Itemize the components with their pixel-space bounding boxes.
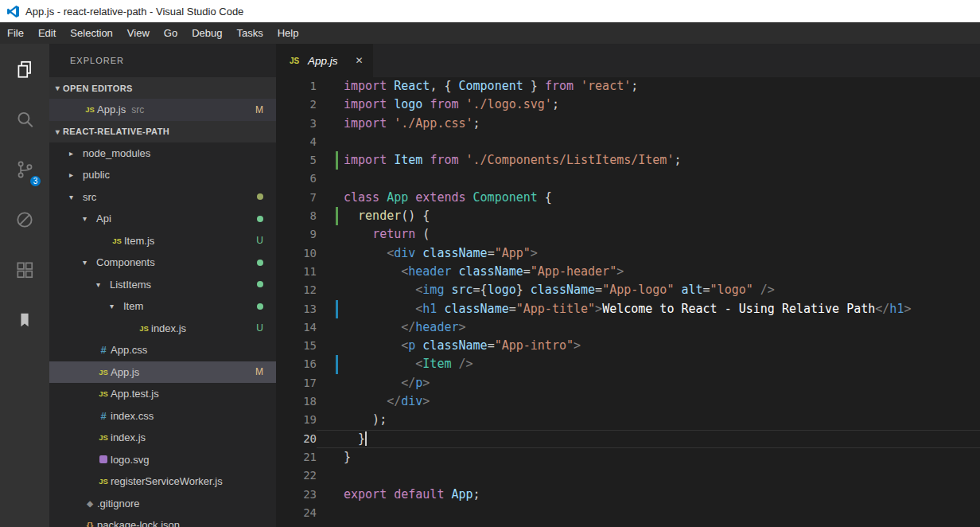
menu-view[interactable]: View <box>120 22 157 44</box>
menu-debug[interactable]: Debug <box>185 22 229 44</box>
code-area[interactable]: 1import React, { Component } from 'react… <box>276 77 980 527</box>
line-body: <img src={logo} className="App-logo" alt… <box>317 281 980 299</box>
code-line[interactable]: 12 <img src={logo} className="App-logo" … <box>276 281 980 299</box>
folder-item[interactable]: ▾Item <box>49 295 276 318</box>
section-label: REACT-RELATIVE-PATH <box>63 127 169 136</box>
chevron-icon[interactable]: ▾ <box>69 193 83 201</box>
source-control-icon[interactable]: 3 <box>11 157 38 182</box>
js-file-icon: JS <box>96 477 111 486</box>
line-text: <h1 className="App-title">Welcome to Rea… <box>344 300 911 318</box>
line-text: render() { <box>344 207 430 225</box>
file-app.js[interactable]: JSApp.jsM <box>49 361 276 384</box>
section-open-editors[interactable]: ▾OPEN EDITORS <box>49 77 276 99</box>
tab-appjs[interactable]: JS App.js ✕ <box>276 44 373 77</box>
line-number: 10 <box>276 244 317 263</box>
line-body: <p className="App-intro"> <box>317 337 980 355</box>
file-index.css[interactable]: #index.css <box>49 405 276 427</box>
explorer-icon[interactable] <box>11 57 38 82</box>
folder-api[interactable]: ▾Api <box>49 208 276 230</box>
menu-file[interactable]: File <box>0 22 31 44</box>
file-item.js[interactable]: JSItem.jsU <box>49 230 276 252</box>
folder-public[interactable]: ▸public <box>49 164 276 186</box>
code-line[interactable]: 2import logo from './logo.svg'; <box>276 96 980 114</box>
code-line[interactable]: 4 <box>276 133 980 151</box>
line-body: class App extends Component { <box>317 189 980 207</box>
code-line[interactable]: 21} <box>276 448 980 466</box>
file-registerserviceworker.js[interactable]: JSregisterServiceWorker.js <box>49 470 276 493</box>
item-label: index.css <box>111 410 154 422</box>
code-line[interactable]: 7class App extends Component { <box>276 189 980 207</box>
chevron-icon[interactable]: ▾ <box>83 258 96 267</box>
js-file-icon: JS <box>110 236 124 245</box>
code-line[interactable]: 5import Item from './Components/ListItem… <box>276 151 980 170</box>
line-number: 15 <box>276 337 317 355</box>
extensions-icon[interactable] <box>11 257 38 283</box>
line-number: 8 <box>276 207 317 225</box>
code-line[interactable]: 6 <box>276 170 980 188</box>
menu-selection[interactable]: Selection <box>63 22 119 44</box>
text-cursor <box>365 431 367 446</box>
chevron-icon[interactable]: ▸ <box>69 170 83 179</box>
code-line[interactable]: 24 <box>276 504 980 522</box>
code-line[interactable]: 14 </header> <box>276 318 980 337</box>
bookmarks-icon[interactable] <box>11 307 38 333</box>
line-text: <Item /> <box>344 355 473 373</box>
menu-help[interactable]: Help <box>270 22 306 44</box>
menu-edit[interactable]: Edit <box>31 22 63 44</box>
file-index.js[interactable]: JSindex.jsU <box>49 318 276 340</box>
section-react-relative-path[interactable]: ▾REACT-RELATIVE-PATH <box>49 121 276 142</box>
debug-icon[interactable] <box>11 207 38 232</box>
code-line[interactable]: 3import './App.css'; <box>276 115 980 133</box>
code-line[interactable]: 19 ); <box>276 411 980 429</box>
git-gutter-indicator <box>336 151 338 170</box>
line-text: return ( <box>344 225 430 244</box>
code-line[interactable]: 10 <div className="App"> <box>276 244 980 263</box>
sidebar-title: EXPLORER <box>49 44 276 77</box>
code-line[interactable]: 23export default App; <box>276 486 980 504</box>
close-tab-icon[interactable]: ✕ <box>356 55 364 66</box>
code-line[interactable]: 16 <Item /> <box>276 355 980 373</box>
code-line[interactable]: 13 <h1 className="App-title">Welcome to … <box>276 300 980 318</box>
menu-tasks[interactable]: Tasks <box>229 22 270 44</box>
line-number: 16 <box>276 355 317 373</box>
folder-node-modules[interactable]: ▸node_modules <box>49 142 276 165</box>
js-file-icon: JS <box>287 57 301 65</box>
code-line[interactable]: 9 return ( <box>276 225 980 244</box>
chevron-icon[interactable]: ▾ <box>83 214 96 223</box>
code-line[interactable]: 17 </p> <box>276 374 980 392</box>
chevron-icon[interactable]: ▾ <box>96 280 110 289</box>
search-icon[interactable] <box>11 107 38 132</box>
file-package-lock.json[interactable]: {}package-lock.json <box>49 514 276 527</box>
folder-listitems[interactable]: ▾ListItems <box>49 274 276 296</box>
file-logo.svg[interactable]: logo.svg <box>49 449 276 471</box>
item-label: Components <box>96 256 155 268</box>
folder-components[interactable]: ▾Components <box>49 252 276 274</box>
json-file-icon: {} <box>83 521 97 527</box>
js-file-icon: JS <box>96 389 111 398</box>
code-line[interactable]: 1import React, { Component } from 'react… <box>276 77 980 96</box>
code-line[interactable]: 8 render() { <box>276 207 980 225</box>
file-index.js[interactable]: JSindex.js <box>49 427 276 449</box>
code-line[interactable]: 15 <p className="App-intro"> <box>276 337 980 355</box>
chevron-icon[interactable]: ▸ <box>69 149 83 158</box>
git-file-icon: ◆ <box>83 499 97 508</box>
code-line[interactable]: 11 <header className="App-header"> <box>276 263 980 281</box>
line-text: import logo from './logo.svg'; <box>344 96 559 114</box>
chevron-icon[interactable]: ▾ <box>110 302 123 310</box>
line-number: 9 <box>276 225 317 244</box>
code-line[interactable]: 18 </div> <box>276 392 980 411</box>
menu-go[interactable]: Go <box>157 22 185 44</box>
file-.gitignore[interactable]: ◆.gitignore <box>49 493 276 515</box>
file-app.js[interactable]: JSApp.jssrcM <box>49 99 276 121</box>
item-label: ListItems <box>110 279 151 291</box>
code-line[interactable]: 20 } <box>276 430 980 448</box>
vscode-window: App.js - react-relative-path - Visual St… <box>0 0 980 527</box>
section-chevron-icon: ▾ <box>52 84 63 92</box>
code-line[interactable]: 22 <box>276 466 980 485</box>
file-app.css[interactable]: #App.css <box>49 339 276 361</box>
file-app.test.js[interactable]: JSApp.test.js <box>49 383 276 405</box>
line-number: 5 <box>276 151 317 170</box>
git-change-dot <box>257 216 263 222</box>
item-detail: src <box>131 104 144 115</box>
folder-src[interactable]: ▾src <box>49 186 276 209</box>
